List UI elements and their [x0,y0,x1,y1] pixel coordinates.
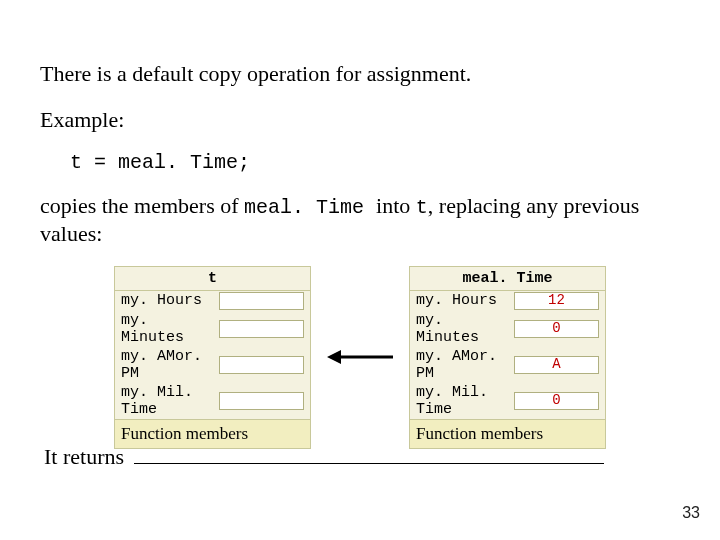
blank-underline [134,443,604,464]
copies-obj: meal. Time [244,196,376,219]
object-mealtime: meal. Time my. Hours 12 my. Minutes 0 my… [409,266,606,449]
member-value: 12 [514,292,599,310]
member-value: 0 [514,320,599,338]
copies-pre: copies the members of [40,193,244,218]
object-t-title: t [115,267,310,290]
member-name: my. Hours [416,292,508,309]
member-value [219,392,304,410]
member-name: my. Minutes [121,312,213,346]
member-name: my. Mil. Time [121,384,213,418]
member-row: my. Hours [115,291,310,311]
member-value [219,320,304,338]
arrow-left-icon [325,347,395,367]
object-t: t my. Hours my. Minutes my. AMor. PM my.… [114,266,311,449]
returns-line: It returns [44,443,604,470]
member-row: my. Mil. Time [115,383,310,419]
svg-marker-1 [327,350,341,364]
copies-mid: into [376,193,416,218]
member-name: my. Minutes [416,312,508,346]
object-mealtime-title: meal. Time [410,267,605,290]
member-row: my. Minutes [115,311,310,347]
page-number: 33 [682,504,700,522]
code-line: t = meal. Time; [70,151,680,174]
member-value: 0 [514,392,599,410]
member-name: my. Mil. Time [416,384,508,418]
member-row: my. AMor. PM A [410,347,605,383]
member-row: my. Hours 12 [410,291,605,311]
member-value: A [514,356,599,374]
object-mealtime-members: my. Hours 12 my. Minutes 0 my. AMor. PM … [410,290,605,420]
intro-text: There is a default copy operation for as… [40,60,680,88]
object-t-members: my. Hours my. Minutes my. AMor. PM my. M… [115,290,310,420]
member-name: my. AMor. PM [416,348,508,382]
member-name: my. Hours [121,292,213,309]
member-row: my. Mil. Time 0 [410,383,605,419]
member-row: my. AMor. PM [115,347,310,383]
member-value [219,356,304,374]
returns-label: It returns [44,444,124,469]
copies-text: copies the members of meal. Time into t,… [40,192,680,248]
example-label: Example: [40,106,680,134]
member-name: my. AMor. PM [121,348,213,382]
copies-var: t [416,196,428,219]
member-row: my. Minutes 0 [410,311,605,347]
diagram: t my. Hours my. Minutes my. AMor. PM my.… [40,266,680,449]
member-value [219,292,304,310]
